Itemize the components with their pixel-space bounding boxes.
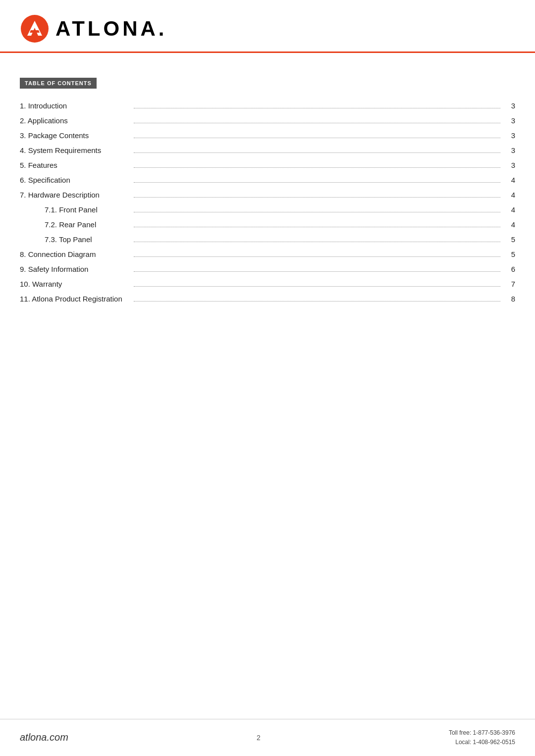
main-content: TABLE OF CONTENTS 1. Introduction32. App… xyxy=(0,53,535,356)
toc-page: 5 xyxy=(505,250,515,258)
toc-row: 5. Features3 xyxy=(20,158,515,173)
toc-label: 6. Specification xyxy=(20,176,129,184)
toc-page: 6 xyxy=(505,265,515,273)
toc-page: 4 xyxy=(505,191,515,199)
toc-header: TABLE OF CONTENTS xyxy=(20,78,97,89)
toc-page: 3 xyxy=(505,161,515,169)
toc-row: 10. Warranty7 xyxy=(20,277,515,292)
toc-label: 7.1. Front Panel xyxy=(20,205,129,214)
toc-page: 3 xyxy=(505,146,515,154)
toc-page: 8 xyxy=(505,295,515,303)
toc-list: 1. Introduction32. Applications33. Packa… xyxy=(20,99,515,306)
footer-page-number: 2 xyxy=(257,734,261,742)
toc-label: 5. Features xyxy=(20,161,129,169)
toc-label: 10. Warranty xyxy=(20,280,129,288)
toc-dots xyxy=(134,138,500,138)
atlona-logo-icon xyxy=(20,14,50,44)
toc-dots xyxy=(134,152,500,153)
toc-dots xyxy=(134,167,500,168)
toc-row: 7. Hardware Description4 xyxy=(20,188,515,202)
toc-page: 7 xyxy=(505,280,515,288)
header: ATLONA. xyxy=(0,0,535,51)
footer: atlona.com 2 Toll free: 1-877-536-3976 L… xyxy=(0,719,535,756)
toc-page: 3 xyxy=(505,101,515,110)
toc-page: 3 xyxy=(505,116,515,125)
toc-dots xyxy=(134,286,500,287)
toc-dots xyxy=(134,242,500,242)
toc-dots xyxy=(134,108,500,108)
toc-dots xyxy=(134,301,500,302)
toc-label: 9. Safety Information xyxy=(20,265,129,273)
toc-page: 5 xyxy=(505,235,515,244)
footer-website: atlona.com xyxy=(20,732,68,743)
footer-contact: Toll free: 1-877-536-3976 Local: 1-408-9… xyxy=(449,728,515,747)
toc-label: 7.2. Rear Panel xyxy=(20,220,129,229)
logo-container: ATLONA. xyxy=(20,14,167,44)
toc-row: 1. Introduction3 xyxy=(20,99,515,113)
toc-label: 7.3. Top Panel xyxy=(20,235,129,244)
toc-dots xyxy=(134,212,500,212)
toc-row: 6. Specification4 xyxy=(20,173,515,188)
toc-row: 4. System Requirements3 xyxy=(20,143,515,158)
toc-label: 3. Package Contents xyxy=(20,131,129,140)
toc-row: 11. Atlona Product Registration8 xyxy=(20,292,515,306)
toc-dots xyxy=(134,256,500,257)
footer-local: Local: 1-408-962-0515 xyxy=(449,738,515,747)
toc-label: 1. Introduction xyxy=(20,101,129,110)
toc-page: 4 xyxy=(505,176,515,184)
toc-row: 2. Applications3 xyxy=(20,113,515,128)
toc-row: 8. Connection Diagram5 xyxy=(20,247,515,262)
footer-toll-free: Toll free: 1-877-536-3976 xyxy=(449,728,515,738)
toc-dots xyxy=(134,227,500,227)
toc-dots xyxy=(134,123,500,123)
toc-label: 2. Applications xyxy=(20,116,129,125)
toc-page: 3 xyxy=(505,131,515,140)
toc-label: 4. System Requirements xyxy=(20,146,129,154)
atlona-logo-text: ATLONA. xyxy=(55,17,167,41)
toc-label: 8. Connection Diagram xyxy=(20,250,129,258)
toc-row: 7.1. Front Panel4 xyxy=(20,202,515,217)
toc-dots xyxy=(134,271,500,272)
toc-row: 7.2. Rear Panel4 xyxy=(20,217,515,232)
toc-label: 7. Hardware Description xyxy=(20,191,129,199)
toc-dots xyxy=(134,197,500,198)
toc-row: 9. Safety Information6 xyxy=(20,262,515,277)
toc-dots xyxy=(134,182,500,183)
toc-label: 11. Atlona Product Registration xyxy=(20,295,129,303)
toc-page: 4 xyxy=(505,220,515,229)
toc-page: 4 xyxy=(505,205,515,214)
toc-row: 3. Package Contents3 xyxy=(20,128,515,143)
svg-point-0 xyxy=(21,15,49,43)
toc-row: 7.3. Top Panel5 xyxy=(20,232,515,247)
